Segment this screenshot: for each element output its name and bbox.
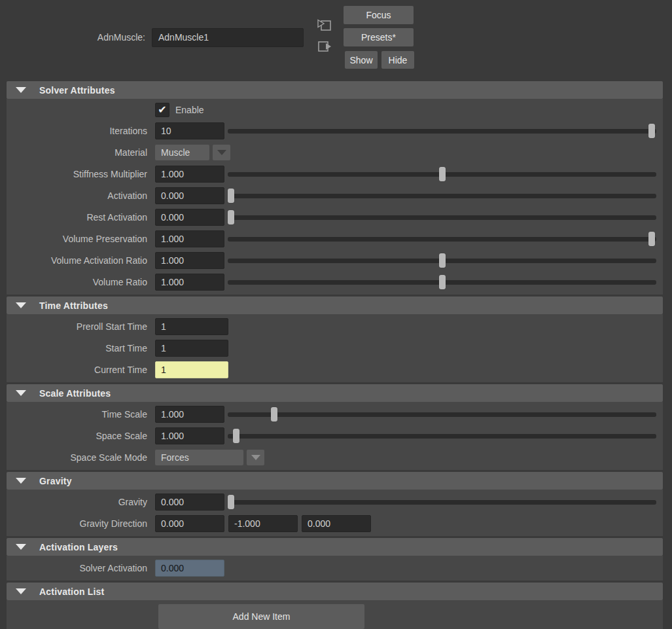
arrow-into-box-icon[interactable] [317,18,332,33]
time-scale-field[interactable]: 1.000 [155,406,224,423]
gravity-header[interactable]: Gravity [7,472,663,490]
dropdown-arrow-icon [251,455,260,460]
volume-ratio-label: Volume Ratio [7,277,147,287]
current-time-field[interactable]: 1 [155,361,228,378]
material-label: Material [7,147,147,158]
show-button[interactable]: Show [345,51,378,69]
space-scale-slider[interactable] [228,427,656,444]
volume-activation-ratio-slider[interactable] [228,252,656,269]
section-title: Activation List [39,586,104,597]
preroll-start-time-row: Preroll Start Time 1 [7,315,663,337]
section-scale-attributes: Scale Attributes Time Scale 1.000 Space … [7,384,663,470]
collapse-triangle-icon [16,87,26,93]
scale-attributes-header[interactable]: Scale Attributes [7,384,663,402]
slider-handle[interactable] [271,407,277,422]
gravity-field[interactable]: 0.000 [155,494,224,511]
current-time-label: Current Time [7,365,147,375]
slider-track [228,434,656,439]
slider-track [228,237,656,242]
activation-list-header[interactable]: Activation List [7,583,663,600]
space-scale-field[interactable]: 1.000 [155,427,224,444]
rest-activation-slider[interactable] [228,209,656,226]
activation-list-body: Add New Item [7,600,663,629]
slider-track [228,129,656,134]
activation-slider[interactable] [228,187,656,204]
gravity-body: Gravity 0.000 Gravity Direction 0.000 -1… [7,490,663,536]
collapse-triangle-icon [16,544,26,550]
solver-attributes-body: ✔ Enable Iterations 10 Material Muscle [7,99,663,295]
dropdown-arrow-icon [217,150,226,155]
space-scale-mode-dropdown-arrow-button[interactable] [247,450,264,465]
slider-handle[interactable] [439,275,446,289]
rest-activation-field[interactable]: 0.000 [155,209,224,226]
stiffness-multiplier-field[interactable]: 1.000 [155,166,224,183]
stiffness-multiplier-label: Stiffness Multiplier [7,169,147,179]
preroll-start-time-field[interactable]: 1 [155,318,228,335]
slider-handle[interactable] [439,253,446,268]
presets-button[interactable]: Presets* [344,28,414,46]
volume-preservation-field[interactable]: 1.000 [155,230,224,247]
space-scale-row: Space Scale 1.000 [7,425,663,446]
section-gravity: Gravity Gravity 0.000 Gravity Direction … [7,472,663,536]
space-scale-mode-dropdown[interactable]: Forces [155,450,243,465]
start-time-field[interactable]: 1 [155,340,228,357]
iterations-label: Iterations [7,126,147,136]
iterations-field[interactable]: 10 [155,122,224,139]
focus-button[interactable]: Focus [344,6,414,24]
slider-handle[interactable] [233,429,239,443]
volume-activation-ratio-row: Volume Activation Ratio 1.000 [7,249,663,271]
activation-row: Activation 0.000 [7,185,663,206]
gravity-direction-label: Gravity Direction [7,518,147,529]
section-title: Gravity [39,476,72,486]
gravity-label: Gravity [7,497,147,507]
enable-label: Enable [175,105,204,115]
slider-handle[interactable] [648,124,655,138]
time-attributes-body: Preroll Start Time 1 Start Time 1 Curren… [7,314,663,382]
slider-handle[interactable] [439,167,446,181]
slider-handle[interactable] [228,189,234,203]
gravity-slider[interactable] [228,494,656,511]
gravity-direction-x-field[interactable]: 0.000 [155,515,224,532]
arrow-out-of-box-icon[interactable] [317,39,332,55]
iterations-slider[interactable] [228,122,656,139]
attribute-sections: Solver Attributes ✔ Enable Iterations 10 [7,81,663,629]
collapse-triangle-icon [16,390,26,396]
slider-track [228,500,656,505]
section-title: Scale Attributes [39,388,111,399]
space-scale-mode-row: Space Scale Mode Forces [7,446,663,468]
current-time-row: Current Time 1 [7,359,663,380]
node-name-input[interactable]: AdnMuscle1 [152,28,304,47]
volume-ratio-row: Volume Ratio 1.000 [7,271,663,293]
gravity-direction-y-field[interactable]: -1.000 [228,515,298,532]
section-solver-attributes: Solver Attributes ✔ Enable Iterations 10 [7,81,663,295]
section-activation-list: Activation List Add New Item [7,583,663,629]
hide-button[interactable]: Hide [381,51,414,69]
slider-handle[interactable] [228,495,234,509]
stiffness-multiplier-slider[interactable] [228,166,656,183]
volume-activation-ratio-label: Volume Activation Ratio [7,255,147,266]
volume-ratio-field[interactable]: 1.000 [155,274,224,291]
add-new-item-button[interactable]: Add New Item [158,604,364,629]
section-title: Activation Layers [39,542,118,552]
solver-activation-field[interactable]: 0.000 [155,560,224,577]
volume-activation-ratio-field[interactable]: 1.000 [155,252,224,269]
space-scale-mode-label: Space Scale Mode [7,452,147,463]
slider-handle[interactable] [648,232,655,246]
gravity-row: Gravity 0.000 [7,491,663,512]
section-activation-layers: Activation Layers Solver Activation 0.00… [7,538,663,581]
material-dropdown[interactable]: Muscle [155,145,209,160]
volume-ratio-slider[interactable] [228,274,656,291]
space-scale-label: Space Scale [7,431,147,441]
section-title: Solver Attributes [39,85,115,96]
slider-handle[interactable] [228,210,234,225]
activation-layers-header[interactable]: Activation Layers [7,538,663,556]
enable-checkbox[interactable]: ✔ [155,103,169,117]
activation-field[interactable]: 0.000 [155,187,224,204]
volume-preservation-slider[interactable] [228,230,656,247]
time-attributes-header[interactable]: Time Attributes [7,297,663,314]
solver-attributes-header[interactable]: Solver Attributes [7,81,663,99]
time-scale-slider[interactable] [228,406,656,423]
material-dropdown-arrow-button[interactable] [213,145,230,160]
solver-activation-row: Solver Activation 0.000 [7,557,663,579]
gravity-direction-z-field[interactable]: 0.000 [302,515,371,532]
